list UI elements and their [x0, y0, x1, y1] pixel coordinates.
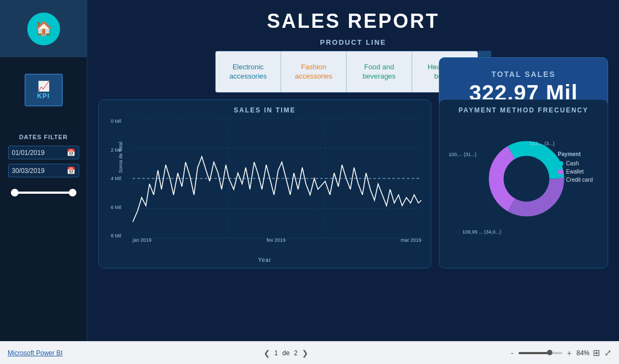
legend-dot-credit: [558, 177, 563, 183]
page-separator: de: [282, 349, 289, 357]
house-icon: 🏠: [35, 20, 52, 37]
y-label-6: 6 Mil: [111, 205, 121, 210]
legend-dot-ewallet: [558, 169, 563, 175]
zoom-slider-thumb[interactable]: [547, 350, 552, 355]
product-card-fashion[interactable]: Fashion accessories: [281, 51, 347, 92]
date-range-slider[interactable]: [11, 187, 76, 198]
y-label-0: 0 Mil: [111, 118, 121, 124]
zoom-level: 84%: [576, 349, 590, 357]
slider-thumb-left[interactable]: [11, 189, 19, 196]
dates-filter-section: DATES FILTER 01/01/2019 📅 30/03/2019 📅: [5, 134, 82, 198]
end-date-value: 30/03/2019: [12, 167, 45, 175]
product-card-food[interactable]: Food and beverages: [347, 51, 412, 92]
legend-item-cash: Cash: [558, 160, 593, 166]
charts-row: SALES IN TIME 8 Mil 6 Mil 4 Mil 2 Mil 0 …: [98, 99, 608, 268]
sidebar-home[interactable]: 🏠: [0, 0, 87, 57]
svg-point-11: [503, 156, 549, 201]
page-prev-arrow[interactable]: ❮: [264, 349, 270, 357]
payment-legend: Payment Cash Ewallet Credit card: [558, 151, 593, 185]
y-axis-labels: 8 Mil 6 Mil 4 Mil 2 Mil 0 Mil: [111, 118, 121, 238]
donut-svg: [484, 136, 569, 221]
bottom-bar: Microsoft Power BI ❮ 1 de 2 ❯ - + 84% ⊞ …: [0, 341, 619, 364]
payment-chart-title: PAYMENT METHOD FRECUENCY: [446, 106, 601, 114]
y-label-4: 4 Mil: [111, 176, 121, 181]
x-tick-labels: jan 2019 fev 2019 mar 2019: [133, 237, 421, 243]
legend-dot-cash: [558, 161, 563, 166]
donut-label-right: 112,... (3...): [529, 141, 555, 146]
payment-method-chart: PAYMENT METHOD FRECUENCY 100,... (31...)…: [439, 99, 608, 268]
product-card-food-text: Food and beverages: [351, 63, 407, 81]
y-axis-label: Soma de Total: [118, 142, 123, 173]
donut-container: 100,... (31...) 112,... (3...): [446, 118, 601, 238]
donut-label-bottom: 109,99 ... (34,0...): [462, 226, 501, 236]
page-total: 2: [294, 349, 298, 357]
legend-label-credit: Credit card: [566, 177, 593, 183]
slider-fill: [14, 192, 73, 194]
total-sales-label: TOTAL SALES: [491, 70, 556, 79]
x-tick-fev: fev 2019: [266, 237, 285, 243]
pagination: ❮ 1 de 2 ❯: [264, 349, 309, 357]
x-tick-jan: jan 2019: [133, 237, 152, 243]
kpi-button[interactable]: 📈 KPI: [25, 74, 63, 106]
calendar-icon-start: 📅: [67, 148, 75, 157]
sales-time-chart-area: 8 Mil 6 Mil 4 Mil 2 Mil 0 Mil Soma de To…: [105, 118, 424, 255]
sidebar: 🏠 📈 KPI DATES FILTER 01/01/2019 📅 30/03/…: [0, 0, 87, 341]
zoom-plus-button[interactable]: +: [566, 349, 573, 357]
legend-title: Payment: [558, 151, 593, 157]
legend-label-ewallet: Ewallet: [566, 169, 584, 175]
end-date-input[interactable]: 30/03/2019 📅: [8, 164, 79, 177]
legend-item-credit: Credit card: [558, 177, 593, 183]
powerbi-link[interactable]: Microsoft Power BI: [8, 349, 63, 357]
zoom-slider-fill: [519, 352, 548, 354]
main-content: SALES REPORT PRODUCT LINE Electronic acc…: [87, 0, 619, 341]
kpi-label: KPI: [37, 92, 50, 100]
legend-item-ewallet: Ewallet: [558, 169, 593, 175]
calendar-icon-end: 📅: [67, 166, 75, 175]
zoom-controls: - + 84% ⊞ ⤢: [509, 348, 611, 358]
home-icon[interactable]: 🏠: [27, 13, 60, 45]
slider-thumb-right[interactable]: [69, 189, 76, 196]
product-line-label: PRODUCT LINE: [320, 38, 386, 46]
dates-filter-title: DATES FILTER: [19, 134, 68, 140]
legend-label-cash: Cash: [566, 160, 579, 166]
product-card-fashion-text: Fashion accessories: [285, 63, 342, 81]
kpi-chart-icon: 📈: [38, 80, 50, 92]
header: SALES REPORT: [98, 0, 608, 38]
y-label-8: 8 Mil: [111, 233, 121, 238]
start-date-input[interactable]: 01/01/2019 📅: [8, 146, 79, 159]
donut-label-left: 100,... (31...): [449, 152, 477, 157]
page-next-arrow[interactable]: ❯: [302, 349, 308, 357]
sales-time-chart: SALES IN TIME 8 Mil 6 Mil 4 Mil 2 Mil 0 …: [98, 99, 431, 268]
page-current: 1: [275, 349, 278, 357]
zoom-slider[interactable]: [519, 352, 562, 354]
fullscreen-icon[interactable]: ⤢: [604, 348, 611, 358]
product-card-electronic-text: Electronic accessories: [220, 63, 276, 81]
start-date-value: 01/01/2019: [12, 149, 45, 157]
bottom-icons: ⊞ ⤢: [593, 348, 611, 358]
product-card-electronic[interactable]: Electronic accessories: [216, 51, 281, 92]
sales-line-svg: [133, 118, 421, 238]
zoom-minus-button[interactable]: -: [509, 349, 515, 357]
x-axis-label: Year: [105, 257, 424, 263]
sales-time-title: SALES IN TIME: [105, 106, 424, 114]
x-tick-mar: mar 2019: [401, 237, 421, 243]
page-title: SALES REPORT: [98, 10, 608, 33]
expand-icon[interactable]: ⊞: [593, 348, 600, 358]
